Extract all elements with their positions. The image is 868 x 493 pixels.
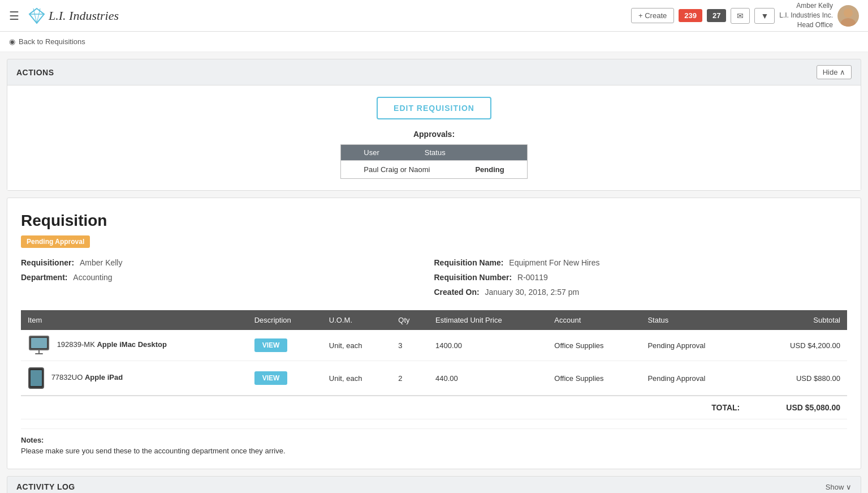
actions-title: ACTIONS	[16, 68, 54, 77]
dropdown-button[interactable]: ▼	[754, 8, 775, 24]
user-name: Amber Kelly	[779, 1, 833, 11]
item-qty-0: 3	[391, 330, 429, 361]
hide-button[interactable]: Hide ∧	[817, 65, 852, 79]
approvals-table-row: Paul Craig or Naomi Pending	[341, 160, 526, 178]
diamond-logo-icon	[28, 7, 45, 24]
imac-icon	[28, 336, 50, 355]
main-card: Requisition Pending Approval Requisition…	[7, 198, 861, 469]
logo: L.I. Industries	[28, 7, 119, 24]
header-right: + Create 239 27 ✉ ▼ Amber Kelly L.I. Ind…	[631, 1, 859, 29]
col-description: Description	[248, 310, 322, 330]
total-label: TOTAL:	[21, 396, 746, 419]
items-table-header-row: Item Description U.O.M. Qty Estimated Un…	[21, 310, 847, 330]
item-cell-1: 77832UO Apple iPad	[21, 361, 248, 396]
req-name-value: Equipment For New Hires	[509, 258, 599, 267]
notification-badge-red[interactable]: 239	[679, 9, 702, 22]
col-uom: U.O.M.	[322, 310, 392, 330]
col-status: Status	[641, 310, 746, 330]
svg-marker-0	[29, 8, 44, 23]
activity-panel: ACTIVITY LOG Show ∨	[7, 476, 861, 493]
status-badge: Pending Approval	[21, 235, 90, 248]
create-button[interactable]: + Create	[631, 8, 674, 23]
col-subtotal: Subtotal	[746, 310, 847, 330]
department-label: Department:	[21, 273, 67, 282]
created-on-label: Created On:	[434, 288, 480, 297]
svg-point-4	[844, 8, 853, 18]
department-field: Department: Accounting	[21, 273, 434, 282]
department-value: Accounting	[73, 273, 112, 282]
requisition-title: Requisition	[21, 212, 847, 230]
req-name-label: Requisition Name:	[434, 258, 504, 267]
user-location: Head Office	[779, 20, 833, 30]
edit-requisition-button[interactable]: EDIT REQUISITION	[377, 97, 491, 119]
avatar	[837, 5, 859, 27]
item-subtotal-0: USD $4,200.00	[746, 330, 847, 361]
logo-text: L.I. Industries	[49, 8, 119, 23]
item-qty-1: 2	[391, 361, 429, 396]
table-row: 77832UO Apple iPad VIEW Unit, each 2 440…	[21, 361, 847, 396]
item-subtotal-1: USD $880.00	[746, 361, 847, 396]
requisitioner-label: Requisitioner:	[21, 258, 74, 267]
item-name-1: Apple iPad	[85, 373, 123, 381]
item-sku-0: 192839-MK	[57, 340, 95, 349]
total-value: USD $5,080.00	[746, 396, 847, 419]
col-item: Item	[21, 310, 248, 330]
item-account-1: Office Supplies	[547, 361, 641, 396]
actions-body: EDIT REQUISITION Approvals: User Status …	[7, 85, 861, 190]
col-account: Account	[547, 310, 641, 330]
item-sku-1: 77832UO	[51, 373, 83, 381]
item-view-0: VIEW	[248, 330, 322, 361]
approvals-status-value: Pending	[452, 161, 526, 178]
item-status-0: Pending Approval	[641, 330, 746, 361]
notification-badge-dark[interactable]: 27	[707, 9, 726, 22]
notes-section: Notes: Please make sure you send these t…	[21, 428, 847, 455]
back-to-requisitions[interactable]: ◉ Back to Requisitions	[0, 32, 868, 52]
view-button-1[interactable]: VIEW	[254, 371, 288, 385]
approvals-table-header: User Status	[341, 145, 526, 160]
item-cell-0: 192839-MK Apple iMac Desktop	[21, 330, 248, 361]
item-account-0: Office Supplies	[547, 330, 641, 361]
back-label: Back to Requisitions	[19, 37, 85, 46]
item-uom-1: Unit, each	[322, 361, 392, 396]
mail-button[interactable]: ✉	[731, 8, 750, 24]
table-row: 192839-MK Apple iMac Desktop VIEW Unit, …	[21, 330, 847, 361]
requisitioner-field: Requisitioner: Amber Kelly	[21, 258, 434, 267]
item-name-0: Apple iMac Desktop	[97, 340, 167, 349]
req-number-value: R-00119	[517, 273, 548, 282]
hamburger-icon[interactable]: ☰	[9, 9, 19, 23]
header: ☰ L.I. Industries + Create 239 27 ✉ ▼ Am…	[0, 0, 868, 32]
item-view-1: VIEW	[248, 361, 322, 396]
item-price-1: 440.00	[429, 361, 547, 396]
approvals-table: User Status Paul Craig or Naomi Pending	[340, 144, 527, 179]
col-unit-price: Estimated Unit Price	[429, 310, 547, 330]
ipad-icon	[28, 367, 45, 389]
created-on-field: Created On: January 30, 2018, 2:57 pm	[434, 288, 848, 297]
user-company: L.I. Industries Inc.	[779, 11, 833, 20]
col-qty: Qty	[391, 310, 429, 330]
approvals-col-status: Status	[402, 145, 468, 160]
activity-title: ACTIVITY LOG	[16, 482, 75, 491]
item-uom-0: Unit, each	[322, 330, 392, 361]
approvals-label: Approvals:	[19, 130, 849, 139]
item-status-1: Pending Approval	[641, 361, 746, 396]
req-number-field: Requisition Number: R-00119	[434, 273, 848, 282]
total-row: TOTAL: USD $5,080.00	[21, 396, 847, 419]
notes-text: Please make sure you send these to the a…	[21, 447, 847, 455]
notes-label: Notes:	[21, 436, 847, 444]
requisition-details: Requisitioner: Amber Kelly Requisition N…	[21, 258, 847, 297]
actions-panel: ACTIONS Hide ∧ EDIT REQUISITION Approval…	[7, 59, 861, 191]
back-icon: ◉	[9, 37, 15, 46]
view-button-0[interactable]: VIEW	[254, 338, 288, 352]
activity-header: ACTIVITY LOG Show ∨	[7, 477, 861, 493]
approvals-user-value: Paul Craig or Naomi	[341, 161, 452, 178]
approvals-col-user: User	[341, 145, 401, 160]
svg-point-5	[841, 18, 856, 27]
created-on-value: January 30, 2018, 2:57 pm	[485, 288, 580, 297]
header-left: ☰ L.I. Industries	[9, 7, 119, 24]
show-button[interactable]: Show ∨	[826, 483, 852, 491]
user-info: Amber Kelly L.I. Industries Inc. Head Of…	[779, 1, 833, 29]
requisitioner-value: Amber Kelly	[80, 258, 122, 267]
req-name-field: Requisition Name: Equipment For New Hire…	[434, 258, 848, 267]
req-number-label: Requisition Number:	[434, 273, 512, 282]
items-table: Item Description U.O.M. Qty Estimated Un…	[21, 310, 847, 419]
